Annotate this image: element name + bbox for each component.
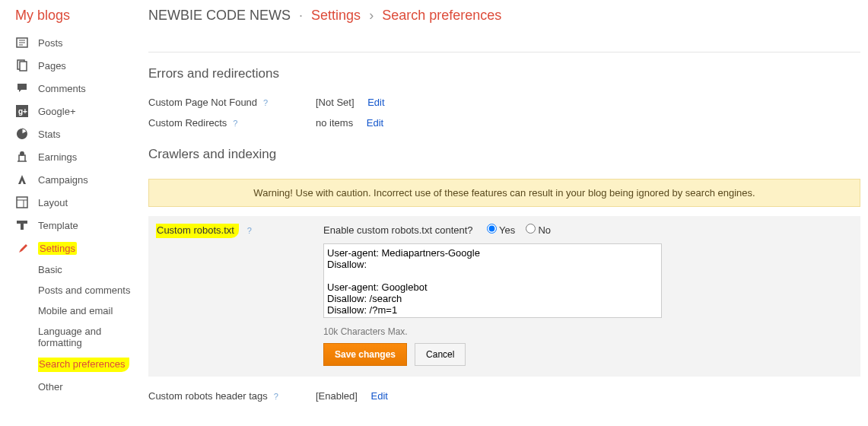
svg-rect-5 — [20, 62, 27, 71]
crawlers-title: Crawlers and indexing — [148, 133, 860, 173]
radio-no[interactable]: No — [526, 224, 551, 236]
nav-label: Layout — [38, 197, 68, 208]
layout-icon — [15, 196, 29, 209]
nav-gplus[interactable]: g+ Google+ — [15, 100, 148, 122]
nav-label: Campaigns — [38, 174, 88, 186]
settings-icon — [15, 241, 29, 255]
svg-text:g+: g+ — [18, 107, 27, 116]
nav-layout[interactable]: Layout — [15, 191, 148, 214]
help-icon[interactable]: ? — [263, 98, 268, 107]
pages-icon — [15, 59, 29, 72]
blog-name: NEWBIE CODE NEWS — [148, 8, 291, 23]
robots-textarea[interactable] — [323, 243, 662, 318]
robots-label: Custom robots.txt — [156, 224, 239, 238]
breadcrumb: NEWBIE CODE NEWS · Settings › Search pre… — [148, 8, 501, 24]
nav-comments[interactable]: Comments — [15, 77, 148, 100]
earnings-icon — [15, 150, 29, 164]
nav-label: Comments — [38, 83, 86, 94]
sub-mobile-email[interactable]: Mobile and email — [38, 300, 148, 321]
nav-label: Stats — [38, 129, 61, 140]
custom-redirects-label: Custom Redirects — [148, 117, 227, 129]
stats-icon — [15, 127, 29, 141]
save-button[interactable]: Save changes — [323, 343, 407, 366]
nav-earnings[interactable]: Earnings — [15, 145, 148, 168]
template-icon — [15, 218, 29, 232]
radio-yes[interactable]: Yes — [487, 224, 516, 236]
nav-stats[interactable]: Stats — [15, 122, 148, 145]
posts-icon — [15, 36, 29, 49]
my-blogs-link[interactable]: My blogs — [15, 8, 148, 24]
custom-redirects-value: no items — [316, 117, 353, 129]
sub-language[interactable]: Language and formatting — [38, 321, 122, 353]
sub-other[interactable]: Other — [38, 377, 148, 397]
cancel-button[interactable]: Cancel — [415, 343, 466, 366]
svg-rect-9 — [17, 197, 27, 208]
edit-404[interactable]: Edit — [367, 97, 384, 108]
custom-404-value: [Not Set] — [316, 97, 355, 108]
nav-label: Earnings — [38, 151, 77, 163]
header-tags-label: Custom robots header tags — [148, 390, 268, 402]
nav-campaigns[interactable]: Campaigns — [15, 168, 148, 191]
custom-404-label: Custom Page Not Found — [148, 97, 257, 108]
sub-basic[interactable]: Basic — [38, 259, 148, 280]
svg-rect-13 — [21, 224, 24, 230]
header-tags-value: [Enabled] — [316, 390, 358, 402]
campaigns-icon — [15, 173, 29, 186]
char-limit-note: 10k Characters Max. — [323, 326, 853, 337]
nav-posts[interactable]: Posts — [15, 31, 148, 54]
breadcrumb-search-prefs[interactable]: Search preferences — [382, 8, 501, 23]
nav-template[interactable]: Template — [15, 214, 148, 237]
help-icon[interactable]: ? — [274, 392, 278, 401]
nav-label: Template — [38, 220, 78, 231]
svg-rect-12 — [17, 221, 27, 224]
nav-label: Google+ — [38, 106, 76, 117]
nav-settings[interactable]: Settings — [15, 237, 148, 259]
gplus-icon: g+ — [15, 104, 29, 118]
nav-label: Posts — [38, 37, 63, 49]
help-icon[interactable]: ? — [247, 226, 252, 235]
enable-question: Enable custom robots.txt content? — [323, 224, 473, 236]
sub-posts-comments[interactable]: Posts and comments — [38, 280, 148, 300]
nav-label: Pages — [38, 60, 66, 72]
breadcrumb-settings[interactable]: Settings — [311, 8, 361, 23]
edit-header-tags[interactable]: Edit — [371, 390, 388, 402]
errors-title: Errors and redirections — [148, 52, 860, 92]
nav-label: Settings — [38, 242, 77, 255]
sub-search-prefs[interactable]: Search preferences — [38, 353, 148, 377]
warning-banner: Warning! Use with caution. Incorrect use… — [148, 179, 860, 207]
comments-icon — [15, 81, 29, 95]
help-icon[interactable]: ? — [233, 119, 237, 128]
svg-point-8 — [20, 151, 24, 156]
nav-pages[interactable]: Pages — [15, 54, 148, 77]
edit-redirects[interactable]: Edit — [367, 117, 383, 129]
